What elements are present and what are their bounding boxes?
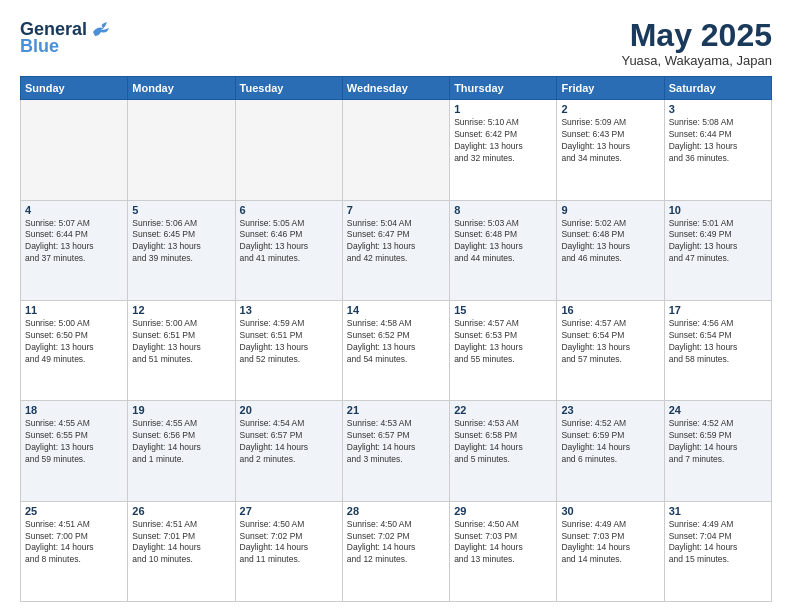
col-thursday: Thursday [450,77,557,100]
day-number: 18 [25,404,123,416]
table-row [342,100,449,200]
table-row: 16Sunrise: 4:57 AM Sunset: 6:54 PM Dayli… [557,300,664,400]
day-info: Sunrise: 5:07 AM Sunset: 6:44 PM Dayligh… [25,218,123,266]
calendar-week-row: 18Sunrise: 4:55 AM Sunset: 6:55 PM Dayli… [21,401,772,501]
day-number: 15 [454,304,552,316]
day-info: Sunrise: 4:59 AM Sunset: 6:51 PM Dayligh… [240,318,338,366]
table-row: 15Sunrise: 4:57 AM Sunset: 6:53 PM Dayli… [450,300,557,400]
day-number: 12 [132,304,230,316]
day-info: Sunrise: 4:55 AM Sunset: 6:56 PM Dayligh… [132,418,230,466]
day-number: 6 [240,204,338,216]
page-header: General Blue May 2025 Yuasa, Wakayama, J… [20,18,772,68]
day-number: 19 [132,404,230,416]
table-row: 28Sunrise: 4:50 AM Sunset: 7:02 PM Dayli… [342,501,449,601]
day-number: 22 [454,404,552,416]
day-number: 4 [25,204,123,216]
day-info: Sunrise: 5:00 AM Sunset: 6:50 PM Dayligh… [25,318,123,366]
day-number: 10 [669,204,767,216]
table-row: 20Sunrise: 4:54 AM Sunset: 6:57 PM Dayli… [235,401,342,501]
calendar-header-row: Sunday Monday Tuesday Wednesday Thursday… [21,77,772,100]
table-row [128,100,235,200]
day-number: 17 [669,304,767,316]
table-row: 18Sunrise: 4:55 AM Sunset: 6:55 PM Dayli… [21,401,128,501]
table-row: 8Sunrise: 5:03 AM Sunset: 6:48 PM Daylig… [450,200,557,300]
col-friday: Friday [557,77,664,100]
day-info: Sunrise: 4:57 AM Sunset: 6:54 PM Dayligh… [561,318,659,366]
logo-bird-icon [89,18,111,40]
table-row: 26Sunrise: 4:51 AM Sunset: 7:01 PM Dayli… [128,501,235,601]
day-info: Sunrise: 4:50 AM Sunset: 7:02 PM Dayligh… [347,519,445,567]
day-number: 31 [669,505,767,517]
day-number: 1 [454,103,552,115]
day-number: 14 [347,304,445,316]
table-row: 2Sunrise: 5:09 AM Sunset: 6:43 PM Daylig… [557,100,664,200]
table-row: 17Sunrise: 4:56 AM Sunset: 6:54 PM Dayli… [664,300,771,400]
day-number: 13 [240,304,338,316]
day-info: Sunrise: 4:53 AM Sunset: 6:58 PM Dayligh… [454,418,552,466]
day-number: 24 [669,404,767,416]
table-row: 25Sunrise: 4:51 AM Sunset: 7:00 PM Dayli… [21,501,128,601]
day-info: Sunrise: 4:50 AM Sunset: 7:02 PM Dayligh… [240,519,338,567]
table-row: 24Sunrise: 4:52 AM Sunset: 6:59 PM Dayli… [664,401,771,501]
col-saturday: Saturday [664,77,771,100]
logo: General Blue [20,18,111,57]
day-number: 2 [561,103,659,115]
day-number: 25 [25,505,123,517]
day-info: Sunrise: 4:58 AM Sunset: 6:52 PM Dayligh… [347,318,445,366]
calendar-week-row: 4Sunrise: 5:07 AM Sunset: 6:44 PM Daylig… [21,200,772,300]
table-row: 23Sunrise: 4:52 AM Sunset: 6:59 PM Dayli… [557,401,664,501]
col-tuesday: Tuesday [235,77,342,100]
table-row: 19Sunrise: 4:55 AM Sunset: 6:56 PM Dayli… [128,401,235,501]
table-row [235,100,342,200]
table-row: 30Sunrise: 4:49 AM Sunset: 7:03 PM Dayli… [557,501,664,601]
col-sunday: Sunday [21,77,128,100]
day-info: Sunrise: 4:54 AM Sunset: 6:57 PM Dayligh… [240,418,338,466]
col-monday: Monday [128,77,235,100]
day-info: Sunrise: 4:52 AM Sunset: 6:59 PM Dayligh… [669,418,767,466]
table-row: 1Sunrise: 5:10 AM Sunset: 6:42 PM Daylig… [450,100,557,200]
day-number: 23 [561,404,659,416]
day-info: Sunrise: 4:50 AM Sunset: 7:03 PM Dayligh… [454,519,552,567]
day-info: Sunrise: 4:51 AM Sunset: 7:01 PM Dayligh… [132,519,230,567]
table-row: 4Sunrise: 5:07 AM Sunset: 6:44 PM Daylig… [21,200,128,300]
day-number: 29 [454,505,552,517]
month-title: May 2025 [621,18,772,53]
day-info: Sunrise: 4:57 AM Sunset: 6:53 PM Dayligh… [454,318,552,366]
col-wednesday: Wednesday [342,77,449,100]
day-info: Sunrise: 4:52 AM Sunset: 6:59 PM Dayligh… [561,418,659,466]
day-info: Sunrise: 5:02 AM Sunset: 6:48 PM Dayligh… [561,218,659,266]
day-info: Sunrise: 5:00 AM Sunset: 6:51 PM Dayligh… [132,318,230,366]
day-info: Sunrise: 4:53 AM Sunset: 6:57 PM Dayligh… [347,418,445,466]
day-info: Sunrise: 4:49 AM Sunset: 7:04 PM Dayligh… [669,519,767,567]
table-row: 14Sunrise: 4:58 AM Sunset: 6:52 PM Dayli… [342,300,449,400]
location: Yuasa, Wakayama, Japan [621,53,772,68]
day-info: Sunrise: 5:01 AM Sunset: 6:49 PM Dayligh… [669,218,767,266]
table-row: 22Sunrise: 4:53 AM Sunset: 6:58 PM Dayli… [450,401,557,501]
calendar-week-row: 1Sunrise: 5:10 AM Sunset: 6:42 PM Daylig… [21,100,772,200]
day-number: 20 [240,404,338,416]
day-number: 30 [561,505,659,517]
table-row: 9Sunrise: 5:02 AM Sunset: 6:48 PM Daylig… [557,200,664,300]
day-number: 11 [25,304,123,316]
table-row: 5Sunrise: 5:06 AM Sunset: 6:45 PM Daylig… [128,200,235,300]
day-info: Sunrise: 5:05 AM Sunset: 6:46 PM Dayligh… [240,218,338,266]
table-row: 3Sunrise: 5:08 AM Sunset: 6:44 PM Daylig… [664,100,771,200]
table-row: 11Sunrise: 5:00 AM Sunset: 6:50 PM Dayli… [21,300,128,400]
day-number: 16 [561,304,659,316]
day-number: 28 [347,505,445,517]
table-row: 29Sunrise: 4:50 AM Sunset: 7:03 PM Dayli… [450,501,557,601]
table-row: 7Sunrise: 5:04 AM Sunset: 6:47 PM Daylig… [342,200,449,300]
day-info: Sunrise: 4:55 AM Sunset: 6:55 PM Dayligh… [25,418,123,466]
table-row: 10Sunrise: 5:01 AM Sunset: 6:49 PM Dayli… [664,200,771,300]
day-info: Sunrise: 5:08 AM Sunset: 6:44 PM Dayligh… [669,117,767,165]
table-row: 12Sunrise: 5:00 AM Sunset: 6:51 PM Dayli… [128,300,235,400]
calendar-week-row: 25Sunrise: 4:51 AM Sunset: 7:00 PM Dayli… [21,501,772,601]
table-row [21,100,128,200]
calendar-week-row: 11Sunrise: 5:00 AM Sunset: 6:50 PM Dayli… [21,300,772,400]
day-number: 5 [132,204,230,216]
day-info: Sunrise: 5:10 AM Sunset: 6:42 PM Dayligh… [454,117,552,165]
day-info: Sunrise: 4:56 AM Sunset: 6:54 PM Dayligh… [669,318,767,366]
day-info: Sunrise: 5:04 AM Sunset: 6:47 PM Dayligh… [347,218,445,266]
day-number: 21 [347,404,445,416]
day-info: Sunrise: 5:03 AM Sunset: 6:48 PM Dayligh… [454,218,552,266]
